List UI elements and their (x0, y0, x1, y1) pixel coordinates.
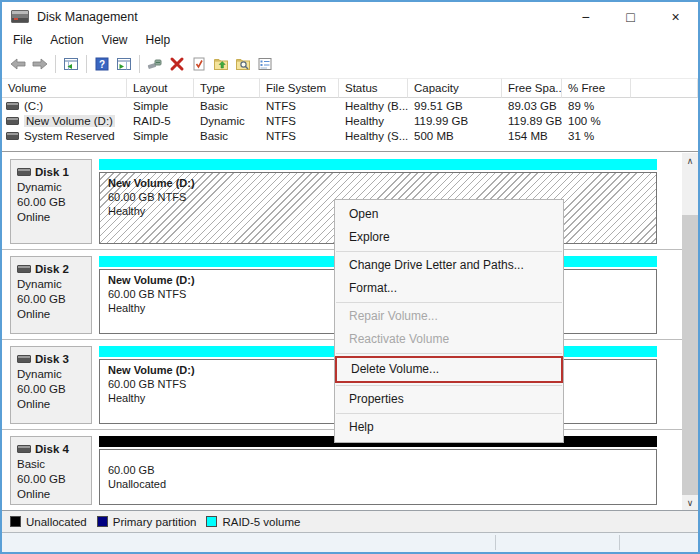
menu-separator (336, 251, 562, 252)
cell-free-space: 89.03 GB (502, 100, 562, 112)
status-bar (2, 533, 698, 552)
menu-bar: File Action View Help (2, 31, 698, 50)
menu-item-help[interactable]: Help (335, 416, 563, 439)
back-icon[interactable] (8, 54, 28, 74)
column-header-volume[interactable]: Volume (2, 78, 127, 98)
cell-layout: RAID-5 (127, 115, 194, 127)
menu-item-change-drive-letter[interactable]: Change Drive Letter and Paths... (335, 254, 563, 277)
cell-layout: Simple (127, 100, 194, 112)
show-console-tree-icon[interactable] (61, 54, 81, 74)
menu-file[interactable]: File (4, 31, 41, 50)
scrollbar-thumb[interactable] (682, 215, 698, 495)
delete-icon[interactable] (167, 54, 187, 74)
disk-state: Online (17, 307, 91, 322)
disk-1-panel[interactable]: Disk 1 Dynamic 60.00 GB Online (10, 159, 92, 244)
primary-partition-swatch (97, 516, 108, 527)
close-button[interactable]: × (653, 2, 698, 31)
disk-icon (17, 168, 31, 176)
disk-size: 60.00 GB (17, 195, 91, 210)
column-header-capacity[interactable]: Capacity (408, 78, 502, 98)
forward-icon[interactable] (30, 54, 50, 74)
toolbar-separator (86, 55, 87, 73)
volume-list: Volume Layout Type File System Status Ca… (2, 78, 698, 150)
context-menu: Open Explore Change Drive Letter and Pat… (334, 199, 564, 443)
menu-action[interactable]: Action (41, 31, 92, 50)
disk-4-volume-bar: 60.00 GB Unallocated (99, 436, 657, 505)
cell-capacity: 119.99 GB (408, 115, 502, 127)
menu-item-repair-volume: Repair Volume... (335, 305, 563, 328)
toolbar: ? (2, 50, 698, 79)
title-bar: Disk Management − □ × (2, 2, 698, 31)
disk-4-panel[interactable]: Disk 4 Basic 60.00 GB Online (10, 436, 92, 505)
column-header-layout[interactable]: Layout (127, 78, 194, 98)
scroll-down-icon[interactable]: ∨ (682, 495, 698, 510)
cell-pct-free: 100 % (562, 115, 631, 127)
menu-item-explore[interactable]: Explore (335, 226, 563, 249)
disk-tool-icon[interactable] (145, 54, 165, 74)
volume-name: System Reserved (24, 130, 115, 142)
minimize-button[interactable]: − (563, 2, 608, 31)
window-title: Disk Management (37, 10, 138, 24)
app-icon (11, 10, 29, 23)
partition-type-strip (99, 159, 657, 170)
volume-size: 60.00 GB (108, 463, 656, 477)
disk-4-unallocated-space[interactable]: 60.00 GB Unallocated (99, 449, 657, 505)
raid5-volume-swatch (206, 516, 217, 527)
disk-icon (17, 355, 31, 363)
disk-3-panel[interactable]: Disk 3 Dynamic 60.00 GB Online (10, 346, 92, 424)
properties-icon[interactable] (255, 54, 275, 74)
column-header-file-system[interactable]: File System (260, 78, 339, 98)
menu-help[interactable]: Help (137, 31, 180, 50)
cell-status: Healthy (339, 115, 408, 127)
column-header-status[interactable]: Status (339, 78, 408, 98)
vertical-scrollbar[interactable]: ∧ ∨ (682, 153, 698, 510)
toolbar-separator (139, 55, 140, 73)
menu-separator (336, 353, 562, 354)
menu-item-properties[interactable]: Properties (335, 388, 563, 411)
help-icon[interactable]: ? (92, 54, 112, 74)
folder-search-icon[interactable] (233, 54, 253, 74)
table-row-system-reserved[interactable]: System Reserved Simple Basic NTFS Health… (2, 128, 698, 143)
unallocated-swatch (10, 516, 21, 527)
legend-label: Unallocated (26, 516, 87, 528)
menu-item-format[interactable]: Format... (335, 277, 563, 300)
table-row-c[interactable]: (C:) Simple Basic NTFS Healthy (B... 99.… (2, 98, 698, 113)
legend-unallocated: Unallocated (10, 516, 87, 528)
table-row-new-volume-d[interactable]: New Volume (D:) RAID-5 Dynamic NTFS Heal… (2, 113, 698, 128)
menu-separator (336, 302, 562, 303)
cell-pct-free: 31 % (562, 130, 631, 142)
menu-view[interactable]: View (93, 31, 137, 50)
column-header-type[interactable]: Type (194, 78, 260, 98)
scroll-up-icon[interactable]: ∧ (682, 153, 698, 168)
cell-type: Dynamic (194, 115, 260, 127)
menu-item-reactivate-volume: Reactivate Volume (335, 328, 563, 351)
column-header-free-space[interactable]: Free Spa... (502, 78, 562, 98)
disk-icon (17, 265, 31, 273)
folder-up-icon[interactable] (211, 54, 231, 74)
cell-status: Healthy (B... (339, 100, 408, 112)
disk-2-panel[interactable]: Disk 2 Dynamic 60.00 GB Online (10, 256, 92, 334)
disk-type: Dynamic (17, 367, 91, 382)
statusbar-separator (495, 535, 496, 550)
cell-capacity: 99.51 GB (408, 100, 502, 112)
show-action-pane-icon[interactable] (114, 54, 134, 74)
toolbar-separator (55, 55, 56, 73)
cell-type: Basic (194, 100, 260, 112)
disk-type: Basic (17, 457, 91, 472)
column-header-filler (631, 78, 698, 98)
disk-type: Dynamic (17, 180, 91, 195)
menu-separator (336, 385, 562, 386)
disk-state: Online (17, 397, 91, 412)
column-header-pct-free[interactable]: % Free (562, 78, 631, 98)
validate-icon[interactable] (189, 54, 209, 74)
volume-list-header: Volume Layout Type File System Status Ca… (2, 78, 698, 98)
menu-item-open[interactable]: Open (335, 203, 563, 226)
disk-size: 60.00 GB (17, 472, 91, 487)
cell-pct-free: 89 % (562, 100, 631, 112)
disk-name: Disk 3 (35, 353, 69, 365)
legend-primary-partition: Primary partition (97, 516, 197, 528)
maximize-button[interactable]: □ (608, 2, 653, 31)
menu-item-delete-volume[interactable]: Delete Volume... (335, 356, 563, 383)
legend-label: RAID-5 volume (222, 516, 300, 528)
cell-capacity: 500 MB (408, 130, 502, 142)
